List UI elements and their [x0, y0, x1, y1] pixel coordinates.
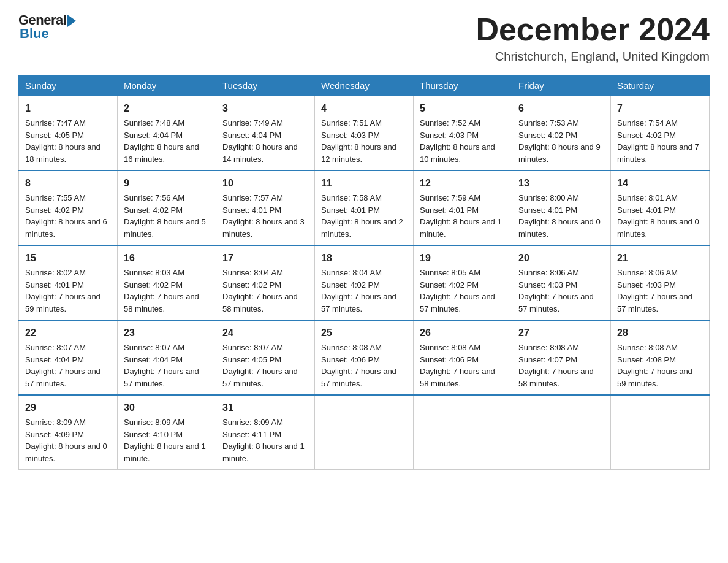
- calendar-cell: 28Sunrise: 8:08 AMSunset: 4:08 PMDayligh…: [611, 320, 710, 395]
- day-number: 12: [420, 176, 506, 191]
- col-header-sunday: Sunday: [19, 75, 118, 96]
- calendar-cell: 24Sunrise: 8:07 AMSunset: 4:05 PMDayligh…: [216, 320, 315, 395]
- title-block: December 2024 Christchurch, England, Uni…: [476, 12, 710, 64]
- calendar-cell: 3Sunrise: 7:49 AMSunset: 4:04 PMDaylight…: [216, 96, 315, 171]
- day-number: 29: [25, 400, 111, 415]
- calendar-week-row: 15Sunrise: 8:02 AMSunset: 4:01 PMDayligh…: [19, 245, 710, 320]
- day-number: 1: [25, 101, 111, 116]
- calendar-cell: 7Sunrise: 7:54 AMSunset: 4:02 PMDaylight…: [611, 96, 710, 171]
- day-number: 9: [124, 176, 210, 191]
- calendar-cell: 16Sunrise: 8:03 AMSunset: 4:02 PMDayligh…: [118, 245, 216, 320]
- day-number: 20: [518, 251, 604, 266]
- day-number: 25: [321, 326, 407, 340]
- calendar-cell: [512, 395, 611, 470]
- location-subtitle: Christchurch, England, United Kingdom: [476, 50, 710, 64]
- calendar-cell: 21Sunrise: 8:06 AMSunset: 4:03 PMDayligh…: [611, 245, 710, 320]
- calendar-cell: 6Sunrise: 7:53 AMSunset: 4:02 PMDaylight…: [512, 96, 611, 171]
- day-number: 15: [25, 251, 111, 266]
- col-header-wednesday: Wednesday: [315, 75, 414, 96]
- logo: General Blue: [18, 12, 76, 42]
- day-number: 11: [321, 176, 407, 191]
- calendar-cell: 11Sunrise: 7:58 AMSunset: 4:01 PMDayligh…: [315, 170, 414, 245]
- day-number: 28: [617, 326, 703, 340]
- day-number: 14: [617, 176, 703, 191]
- calendar-cell: 30Sunrise: 8:09 AMSunset: 4:10 PMDayligh…: [118, 395, 216, 470]
- logo-blue-text: Blue: [20, 26, 49, 42]
- calendar-week-row: 22Sunrise: 8:07 AMSunset: 4:04 PMDayligh…: [19, 320, 710, 395]
- page-header: General Blue December 2024 Christchurch,…: [18, 12, 710, 64]
- col-header-thursday: Thursday: [414, 75, 512, 96]
- day-number: 8: [25, 176, 111, 191]
- day-number: 24: [222, 326, 308, 340]
- calendar-cell: 2Sunrise: 7:48 AMSunset: 4:04 PMDaylight…: [118, 96, 216, 171]
- calendar-cell: 10Sunrise: 7:57 AMSunset: 4:01 PMDayligh…: [216, 170, 315, 245]
- calendar-cell: 31Sunrise: 8:09 AMSunset: 4:11 PMDayligh…: [216, 395, 315, 470]
- calendar-cell: 12Sunrise: 7:59 AMSunset: 4:01 PMDayligh…: [414, 170, 512, 245]
- col-header-monday: Monday: [118, 75, 216, 96]
- day-number: 26: [420, 326, 506, 340]
- calendar-cell: 29Sunrise: 8:09 AMSunset: 4:09 PMDayligh…: [19, 395, 118, 470]
- calendar-cell: 15Sunrise: 8:02 AMSunset: 4:01 PMDayligh…: [19, 245, 118, 320]
- col-header-tuesday: Tuesday: [216, 75, 315, 96]
- calendar-cell: [414, 395, 512, 470]
- day-number: 5: [420, 101, 506, 116]
- day-number: 17: [222, 251, 308, 266]
- calendar-week-row: 8Sunrise: 7:55 AMSunset: 4:02 PMDaylight…: [19, 170, 710, 245]
- calendar-cell: 23Sunrise: 8:07 AMSunset: 4:04 PMDayligh…: [118, 320, 216, 395]
- day-number: 21: [617, 251, 703, 266]
- calendar-cell: 4Sunrise: 7:51 AMSunset: 4:03 PMDaylight…: [315, 96, 414, 171]
- calendar-cell: [315, 395, 414, 470]
- calendar-cell: 13Sunrise: 8:00 AMSunset: 4:01 PMDayligh…: [512, 170, 611, 245]
- day-number: 16: [124, 251, 210, 266]
- day-number: 30: [124, 400, 210, 415]
- calendar-cell: 8Sunrise: 7:55 AMSunset: 4:02 PMDaylight…: [19, 170, 118, 245]
- day-number: 19: [420, 251, 506, 266]
- calendar-cell: 9Sunrise: 7:56 AMSunset: 4:02 PMDaylight…: [118, 170, 216, 245]
- calendar-cell: 5Sunrise: 7:52 AMSunset: 4:03 PMDaylight…: [414, 96, 512, 171]
- day-number: 13: [518, 176, 604, 191]
- calendar-cell: 20Sunrise: 8:06 AMSunset: 4:03 PMDayligh…: [512, 245, 611, 320]
- day-number: 22: [25, 326, 111, 340]
- calendar-week-row: 1Sunrise: 7:47 AMSunset: 4:05 PMDaylight…: [19, 96, 710, 171]
- day-number: 3: [222, 101, 308, 116]
- day-number: 10: [222, 176, 308, 191]
- calendar-cell: 1Sunrise: 7:47 AMSunset: 4:05 PMDaylight…: [19, 96, 118, 171]
- calendar-header-row: SundayMondayTuesdayWednesdayThursdayFrid…: [19, 75, 710, 96]
- calendar-cell: 17Sunrise: 8:04 AMSunset: 4:02 PMDayligh…: [216, 245, 315, 320]
- day-number: 2: [124, 101, 210, 116]
- day-number: 18: [321, 251, 407, 266]
- calendar-cell: 22Sunrise: 8:07 AMSunset: 4:04 PMDayligh…: [19, 320, 118, 395]
- calendar-table: SundayMondayTuesdayWednesdayThursdayFrid…: [18, 75, 710, 470]
- day-number: 23: [124, 326, 210, 340]
- calendar-cell: [611, 395, 710, 470]
- day-number: 31: [222, 400, 308, 415]
- col-header-saturday: Saturday: [611, 75, 710, 96]
- calendar-cell: 25Sunrise: 8:08 AMSunset: 4:06 PMDayligh…: [315, 320, 414, 395]
- calendar-cell: 19Sunrise: 8:05 AMSunset: 4:02 PMDayligh…: [414, 245, 512, 320]
- calendar-week-row: 29Sunrise: 8:09 AMSunset: 4:09 PMDayligh…: [19, 395, 710, 470]
- day-number: 27: [518, 326, 604, 340]
- calendar-cell: 18Sunrise: 8:04 AMSunset: 4:02 PMDayligh…: [315, 245, 414, 320]
- day-number: 4: [321, 101, 407, 116]
- calendar-cell: 27Sunrise: 8:08 AMSunset: 4:07 PMDayligh…: [512, 320, 611, 395]
- col-header-friday: Friday: [512, 75, 611, 96]
- day-number: 7: [617, 101, 703, 116]
- logo-arrow-icon: [67, 15, 76, 27]
- calendar-cell: 26Sunrise: 8:08 AMSunset: 4:06 PMDayligh…: [414, 320, 512, 395]
- calendar-cell: 14Sunrise: 8:01 AMSunset: 4:01 PMDayligh…: [611, 170, 710, 245]
- month-title: December 2024: [476, 12, 710, 47]
- day-number: 6: [518, 101, 604, 116]
